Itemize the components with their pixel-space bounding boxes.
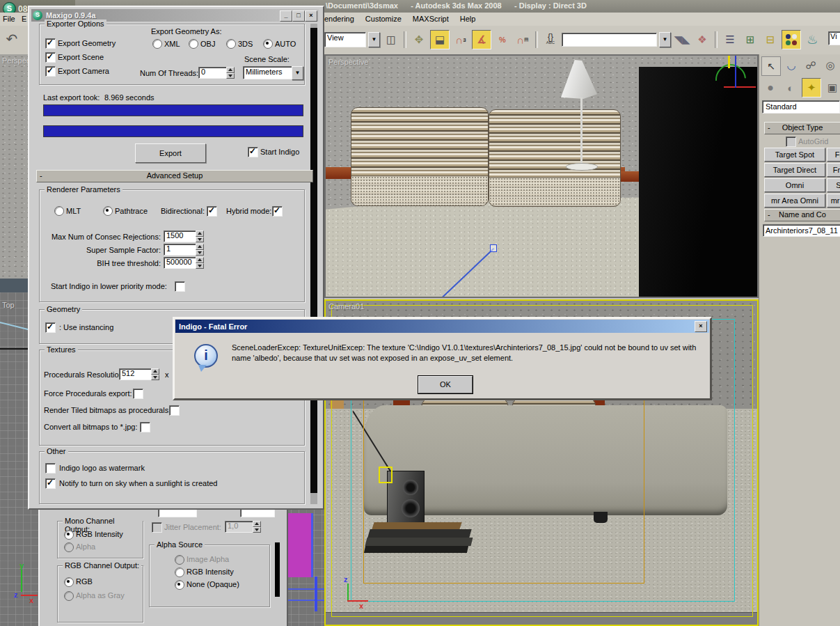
reference-coordsys-dropdown[interactable]: View — [324, 32, 366, 47]
super-sample-spinner[interactable] — [196, 244, 204, 256]
tab-motion-icon[interactable]: ◎ — [821, 56, 839, 75]
mono-alpha-radio[interactable] — [64, 542, 74, 552]
viewport-label-camera01[interactable]: Camera01 — [328, 302, 364, 311]
maxigo-scrollbar-thumb[interactable] — [310, 28, 317, 493]
tab-modify-icon[interactable]: ◡ — [782, 56, 800, 75]
export-scene-checkbox[interactable] — [45, 52, 56, 63]
close-button[interactable]: × — [305, 10, 317, 22]
tab-create-icon[interactable]: ↖ — [761, 56, 781, 76]
snaps-toggle-icon[interactable]: ⬓ — [430, 30, 450, 49]
category-lights-icon[interactable]: ✦ — [802, 78, 821, 97]
material-editor-icon[interactable] — [782, 30, 801, 49]
light-button-omni[interactable]: Omni — [764, 178, 825, 192]
light-type-dropdown[interactable]: Standard — [762, 100, 840, 114]
mlt-radio[interactable] — [54, 206, 64, 216]
spinner-snap-icon[interactable]: ∩▤ — [514, 31, 532, 49]
hybrid-checkbox[interactable] — [272, 206, 283, 217]
bih-threshold-field[interactable]: 500000 — [164, 257, 196, 269]
error-close-button[interactable]: × — [695, 321, 707, 332]
pillow-left[interactable] — [351, 107, 489, 206]
wardrobe[interactable] — [639, 67, 757, 298]
jitter-checkbox[interactable] — [152, 522, 162, 533]
layer-manager-icon[interactable]: ☰ — [721, 31, 739, 49]
light-button-target-spot[interactable]: Target Spot — [764, 148, 825, 162]
watermark-checkbox[interactable] — [45, 463, 56, 474]
output-dialog[interactable]: Jitter Placement: 1,0 Mono Channel Outpu… — [38, 507, 288, 626]
mirror-icon[interactable]: ◥◣ — [673, 31, 691, 49]
num-threads-field[interactable]: 0 — [198, 67, 227, 79]
maxigo-scrollbar-track[interactable] — [310, 24, 317, 504]
ok-button[interactable]: OK — [418, 376, 473, 393]
category-shapes-icon[interactable]: ◐ — [782, 79, 800, 97]
render-setup-icon[interactable]: ♨ — [803, 31, 821, 49]
export-geometry-checkbox[interactable] — [45, 38, 56, 49]
num-threads-spinner[interactable] — [226, 67, 235, 79]
jitter-field[interactable]: 1,0 — [225, 521, 255, 533]
bih-threshold-spinner[interactable] — [196, 257, 204, 269]
viewport-perspective[interactable]: Perspective — [324, 54, 759, 298]
scene-scale-dropdown-arrow-icon[interactable]: ▼ — [292, 66, 303, 80]
error-dialog-title-bar[interactable]: Indigo - Fatal Error × — [175, 320, 709, 333]
format-3ds-radio[interactable] — [226, 39, 236, 49]
coordsys-dropdown-arrow-icon[interactable]: ▼ — [368, 32, 380, 47]
use-instancing-checkbox[interactable] — [45, 322, 56, 333]
menu-file-edit[interactable]: File E — [3, 15, 26, 23]
category-cameras-icon[interactable]: ▣ — [823, 79, 840, 97]
light-button-target-direct[interactable]: Target Direct — [764, 163, 825, 177]
procedurals-resolution-spinner[interactable] — [151, 368, 159, 380]
super-sample-field[interactable]: 1 — [164, 244, 196, 256]
named-selection-dropdown[interactable] — [562, 33, 657, 47]
convert-jpg-checkbox[interactable] — [140, 422, 150, 432]
top-view-magenta-object[interactable] — [287, 513, 313, 577]
menu-help[interactable]: Help — [460, 15, 476, 23]
tab-hierarchy-icon[interactable]: ☍ — [802, 56, 820, 75]
rgb-alpha-gray-radio[interactable] — [64, 591, 74, 601]
export-camera-checkbox[interactable] — [45, 66, 56, 77]
pathtrace-radio[interactable] — [103, 206, 113, 216]
mono-rgb-intensity-radio[interactable] — [64, 530, 74, 540]
named-selection-arrow-icon[interactable]: ▼ — [659, 32, 671, 47]
bidirectional-checkbox[interactable] — [207, 206, 217, 217]
select-manipulate-icon[interactable]: ✥ — [410, 31, 428, 49]
error-dialog[interactable]: Indigo - Fatal Error × i SceneLoaderExce… — [173, 317, 712, 400]
format-auto-radio[interactable] — [263, 39, 273, 49]
rollup-name-color[interactable]: - Name and Co — [764, 209, 840, 221]
max-rejections-spinner[interactable] — [196, 230, 204, 242]
format-xml-radio[interactable] — [152, 39, 162, 49]
output-dialog-scrollbar[interactable] — [275, 542, 280, 597]
minimize-button[interactable]: _ — [280, 10, 292, 22]
menu-maxscript[interactable]: MAXScript — [413, 15, 449, 23]
notify-sky-checkbox[interactable] — [45, 478, 56, 489]
force-procedurals-checkbox[interactable] — [133, 389, 143, 399]
light-target-marker[interactable] — [490, 244, 497, 252]
rgb-rgb-radio[interactable] — [64, 577, 74, 587]
maxigo-dialog[interactable]: S Maxigo 0.9.4a _ □ × Exporter Options E… — [28, 6, 324, 510]
format-obj-radio[interactable] — [189, 39, 198, 49]
low-priority-checkbox[interactable] — [175, 281, 185, 292]
light-button-mr-area-omni[interactable]: mr Area Omni — [764, 194, 825, 208]
viewport-label-perspective[interactable]: Perspective — [328, 58, 368, 66]
use-pivot-center-icon[interactable]: ◫ — [382, 31, 400, 49]
light-button-mr-area-spot[interactable]: mr A — [827, 194, 840, 208]
menu-rendering[interactable]: endering — [324, 15, 354, 23]
align-icon[interactable]: ❖ — [693, 31, 711, 49]
procedurals-resolution-field[interactable]: 512 — [119, 368, 152, 380]
viewport-label-top[interactable]: Top — [2, 301, 15, 309]
render-tiled-checkbox[interactable] — [169, 405, 180, 416]
undo-icon[interactable]: ↶ — [3, 30, 21, 48]
pillow-right[interactable] — [489, 109, 621, 207]
light-button-free-spot[interactable]: Fr — [827, 148, 840, 162]
alpha-rgb-intensity-radio[interactable] — [175, 568, 184, 577]
menu-customize[interactable]: Customize — [365, 15, 402, 23]
start-indigo-checkbox[interactable] — [248, 147, 258, 157]
jitter-spinner[interactable] — [253, 521, 261, 533]
category-geometry-icon[interactable]: ● — [761, 79, 779, 97]
named-selection-sets-icon[interactable]: {}ABC — [541, 31, 560, 49]
render-type-dropdown[interactable]: Vi — [828, 31, 840, 45]
alpha-none-radio[interactable] — [175, 580, 184, 590]
schematic-view-icon[interactable]: ⊟ — [761, 31, 779, 49]
light-button-free-direct[interactable]: Fre — [827, 163, 840, 177]
scene-scale-dropdown[interactable]: Millimeters — [243, 66, 294, 79]
rollup-object-type[interactable]: - Object Type — [764, 122, 840, 134]
light-button-skylight[interactable]: S — [827, 178, 840, 192]
